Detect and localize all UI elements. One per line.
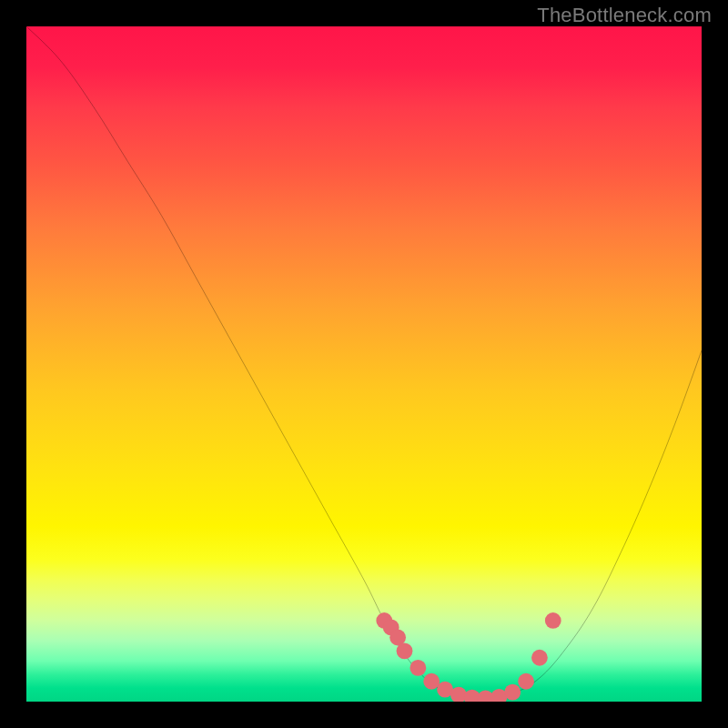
plot-area xyxy=(26,26,702,702)
highlight-dots xyxy=(376,612,561,702)
highlight-dot xyxy=(531,650,548,666)
highlight-dot xyxy=(518,673,534,690)
curve-layer xyxy=(26,26,702,702)
chart-frame: TheBottleneck.com xyxy=(0,0,728,728)
highlight-dot xyxy=(545,612,561,629)
watermark-text: TheBottleneck.com xyxy=(537,4,712,27)
highlight-dot xyxy=(410,660,426,676)
highlight-dot xyxy=(423,673,440,690)
bottleneck-curve xyxy=(26,26,702,699)
highlight-dot xyxy=(397,642,413,659)
highlight-dot xyxy=(504,684,521,701)
